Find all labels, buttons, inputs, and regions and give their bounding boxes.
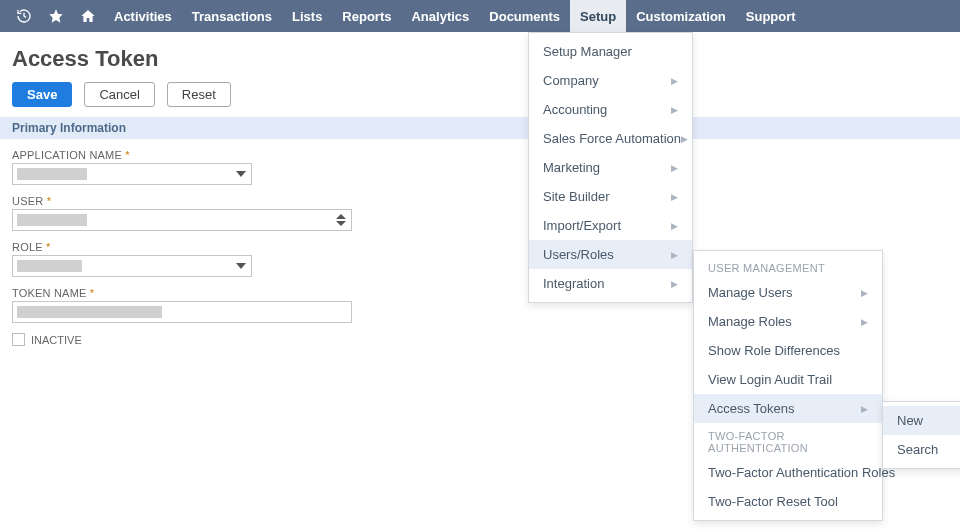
placeholder-user bbox=[17, 214, 87, 226]
placeholder-role bbox=[17, 260, 82, 272]
menu-header-two-factor: TWO-FACTOR AUTHENTICATION bbox=[694, 423, 882, 458]
nav-lists[interactable]: Lists bbox=[282, 0, 332, 32]
label-user: USER * bbox=[12, 195, 948, 207]
save-button[interactable]: Save bbox=[12, 82, 72, 107]
menu-sales-force-automation[interactable]: Sales Force Automation▶ bbox=[529, 124, 692, 153]
svg-marker-0 bbox=[49, 9, 62, 22]
svg-marker-1 bbox=[236, 171, 246, 177]
double-chevron-icon bbox=[331, 210, 351, 230]
application-name-select[interactable] bbox=[12, 163, 252, 185]
chevron-down-icon bbox=[231, 256, 251, 276]
menu-integration[interactable]: Integration▶ bbox=[529, 269, 692, 298]
star-icon[interactable] bbox=[40, 0, 72, 32]
nav-documents[interactable]: Documents bbox=[479, 0, 570, 32]
nav-setup[interactable]: Setup bbox=[570, 0, 626, 32]
menu-show-role-differences[interactable]: Show Role Differences bbox=[694, 336, 882, 365]
menu-manage-roles[interactable]: Manage Roles▶ bbox=[694, 307, 882, 336]
nav-transactions[interactable]: Transactions bbox=[182, 0, 282, 32]
token-name-input[interactable] bbox=[12, 301, 352, 323]
user-select[interactable] bbox=[12, 209, 352, 231]
history-icon[interactable] bbox=[8, 0, 40, 32]
nav-customization[interactable]: Customization bbox=[626, 0, 736, 32]
menu-setup-manager[interactable]: Setup Manager bbox=[529, 37, 692, 66]
menu-access-tokens[interactable]: Access Tokens▶ bbox=[694, 394, 882, 423]
menu-site-builder[interactable]: Site Builder▶ bbox=[529, 182, 692, 211]
menu-marketing[interactable]: Marketing▶ bbox=[529, 153, 692, 182]
chevron-right-icon: ▶ bbox=[671, 221, 678, 231]
chevron-right-icon: ▶ bbox=[671, 163, 678, 173]
nav-support[interactable]: Support bbox=[736, 0, 806, 32]
reset-button[interactable]: Reset bbox=[167, 82, 231, 107]
setup-menu: Setup Manager Company▶ Accounting▶ Sales… bbox=[528, 32, 693, 303]
svg-marker-2 bbox=[336, 214, 346, 219]
role-select[interactable] bbox=[12, 255, 252, 277]
svg-marker-3 bbox=[336, 221, 346, 226]
top-nav: Activities Transactions Lists Reports An… bbox=[0, 0, 960, 32]
cancel-button[interactable]: Cancel bbox=[84, 82, 154, 107]
menu-new[interactable]: New bbox=[883, 406, 960, 435]
svg-marker-4 bbox=[236, 263, 246, 269]
chevron-right-icon: ▶ bbox=[861, 288, 868, 298]
placeholder-app-name bbox=[17, 168, 87, 180]
section-primary-info: Primary Information bbox=[0, 117, 960, 139]
chevron-right-icon: ▶ bbox=[671, 192, 678, 202]
chevron-down-icon bbox=[231, 164, 251, 184]
label-inactive: INACTIVE bbox=[31, 334, 82, 346]
menu-accounting[interactable]: Accounting▶ bbox=[529, 95, 692, 124]
field-application-name: APPLICATION NAME * bbox=[12, 149, 948, 185]
inactive-checkbox[interactable] bbox=[12, 333, 25, 346]
home-icon[interactable] bbox=[72, 0, 104, 32]
access-tokens-submenu: New Search bbox=[882, 401, 960, 469]
chevron-right-icon: ▶ bbox=[681, 134, 688, 144]
menu-two-factor-reset[interactable]: Two-Factor Reset Tool bbox=[694, 487, 882, 516]
chevron-right-icon: ▶ bbox=[671, 105, 678, 115]
menu-search[interactable]: Search bbox=[883, 435, 960, 464]
menu-view-login-audit-trail[interactable]: View Login Audit Trail bbox=[694, 365, 882, 394]
page-title: Access Token bbox=[12, 46, 948, 72]
menu-manage-users[interactable]: Manage Users▶ bbox=[694, 278, 882, 307]
label-application-name: APPLICATION NAME * bbox=[12, 149, 948, 161]
chevron-right-icon: ▶ bbox=[671, 76, 678, 86]
menu-company[interactable]: Company▶ bbox=[529, 66, 692, 95]
placeholder-token-name bbox=[17, 306, 162, 318]
users-roles-submenu: USER MANAGEMENT Manage Users▶ Manage Rol… bbox=[693, 250, 883, 521]
chevron-right-icon: ▶ bbox=[671, 250, 678, 260]
nav-analytics[interactable]: Analytics bbox=[401, 0, 479, 32]
menu-import-export[interactable]: Import/Export▶ bbox=[529, 211, 692, 240]
menu-header-user-management: USER MANAGEMENT bbox=[694, 255, 882, 278]
chevron-right-icon: ▶ bbox=[671, 279, 678, 289]
nav-reports[interactable]: Reports bbox=[332, 0, 401, 32]
chevron-right-icon: ▶ bbox=[861, 317, 868, 327]
nav-activities[interactable]: Activities bbox=[104, 0, 182, 32]
button-row: Save Cancel Reset bbox=[12, 82, 948, 107]
menu-two-factor-roles[interactable]: Two-Factor Authentication Roles bbox=[694, 458, 882, 487]
field-user: USER * bbox=[12, 195, 948, 231]
menu-users-roles[interactable]: Users/Roles▶ bbox=[529, 240, 692, 269]
chevron-right-icon: ▶ bbox=[861, 404, 868, 414]
